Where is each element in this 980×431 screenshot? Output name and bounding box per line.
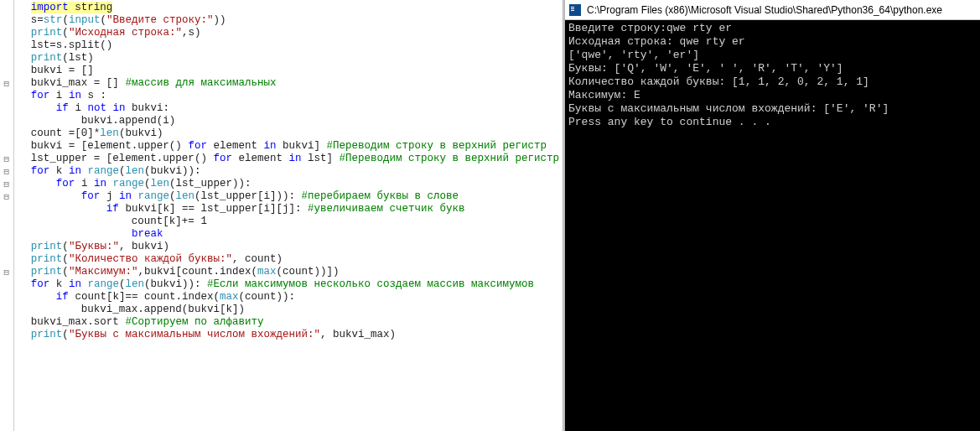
- code-line[interactable]: bukvi = [element.upper() for element in …: [31, 140, 559, 153]
- code-area[interactable]: import strings=str(input("Введите строку…: [14, 0, 563, 431]
- code-token: (: [62, 241, 69, 252]
- code-token: len: [150, 178, 169, 190]
- console-line: ['qwe', 'rty', 'er']: [568, 49, 977, 62]
- code-line[interactable]: lst=s.split(): [31, 39, 559, 52]
- console-line: Максимум: E: [568, 89, 977, 102]
- code-token: s :: [81, 90, 106, 101]
- code-token: (count))]): [276, 266, 339, 278]
- gutter-blank: [0, 291, 13, 304]
- code-token: [31, 228, 132, 240]
- code-token: , count): [232, 253, 283, 265]
- code-token: count[k]+= 1: [31, 216, 207, 227]
- code-token: (: [62, 253, 69, 265]
- code-line[interactable]: for i in s :: [31, 90, 559, 102]
- code-token: [31, 102, 56, 114]
- code-token: str: [44, 14, 63, 26]
- console-output[interactable]: Введите строку:qwe rty erИсходная строка…: [565, 20, 980, 431]
- code-line[interactable]: if i not in bukvi:: [31, 102, 559, 115]
- fold-toggle[interactable]: ⊟: [0, 190, 13, 203]
- code-token: "Буквы:": [69, 241, 119, 252]
- code-token: print: [31, 27, 63, 39]
- code-line[interactable]: bukvi.append(i): [31, 115, 559, 127]
- console-title-bar[interactable]: C:\Program Files (x86)\Microsoft Visual …: [565, 0, 980, 20]
- code-line[interactable]: for k in range(len(bukvi)):: [31, 165, 559, 178]
- gutter-blank: [0, 90, 13, 102]
- code-line[interactable]: bukvi_max = [] #массив для максимальных: [31, 77, 559, 90]
- code-line[interactable]: print("Количество каждой буквы:", count): [31, 253, 559, 266]
- fold-toggle[interactable]: ⊟: [0, 178, 13, 190]
- code-token: max: [220, 291, 239, 303]
- fold-toggle[interactable]: ⊟: [0, 153, 13, 165]
- python-exe-icon: [568, 3, 582, 17]
- gutter-blank: [0, 14, 13, 27]
- code-token: range: [137, 190, 169, 202]
- code-token: in: [69, 165, 81, 177]
- code-token: i: [69, 102, 88, 114]
- code-token: if: [106, 203, 119, 215]
- code-token: (lst): [62, 52, 94, 64]
- code-line[interactable]: break: [31, 228, 559, 241]
- code-line[interactable]: import string: [31, 2, 559, 14]
- code-line[interactable]: for i in range(len(lst_upper)):: [31, 178, 559, 190]
- gutter-blank: [0, 203, 13, 216]
- code-line[interactable]: print(lst): [31, 52, 559, 65]
- fold-toggle[interactable]: ⊟: [0, 77, 13, 90]
- code-line[interactable]: count[k]+= 1: [31, 216, 559, 228]
- code-token: bukvi_max.append(bukvi[k]): [31, 304, 245, 315]
- code-token: #увеличиваем счетчик букв: [308, 203, 465, 215]
- code-token: s=: [31, 14, 44, 26]
- code-token: #Переводим строку в верхний регистр: [326, 140, 547, 152]
- gutter-blank: [0, 253, 13, 266]
- code-line[interactable]: print("Буквы:", bukvi): [31, 241, 559, 253]
- code-editor-pane[interactable]: ⊟⊟⊟⊟⊟⊟ import strings=str(input("Введите…: [0, 0, 563, 431]
- code-token: print: [31, 253, 63, 265]
- code-line[interactable]: print("Исходная строка:",s): [31, 27, 559, 39]
- console-line: Press any key to continue . . .: [568, 116, 977, 129]
- code-token: "Исходная строка:": [69, 27, 182, 39]
- code-line[interactable]: bukvi = []: [31, 65, 559, 77]
- code-token: for: [213, 153, 232, 164]
- code-token: bukvi = [element.upper(): [31, 140, 189, 152]
- console-title-text: C:\Program Files (x86)\Microsoft Visual …: [587, 4, 942, 16]
- code-token: , bukvi): [119, 241, 169, 252]
- code-line[interactable]: if bukvi[k] == lst_upper[i][j]: #увеличи…: [31, 203, 559, 216]
- svg-rect-1: [571, 7, 574, 8]
- code-token: input: [69, 14, 101, 26]
- code-token: "Буквы с максимальным числом вхождений:": [69, 329, 320, 340]
- code-token: , bukvi_max): [320, 329, 396, 340]
- gutter-blank: [0, 140, 13, 153]
- code-line[interactable]: print("Буквы с максимальным числом вхожд…: [31, 329, 559, 341]
- code-token: #Если максимумов несколько создаем масси…: [207, 278, 534, 290]
- code-token: not in: [87, 102, 125, 114]
- code-line[interactable]: s=str(input("Введите строку:")): [31, 14, 559, 27]
- gutter-blank: [0, 127, 13, 140]
- console-line: Количество каждой буквы: [1, 1, 2, 0, 2,…: [568, 75, 977, 89]
- gutter-blank: [0, 329, 13, 341]
- code-token: len: [175, 190, 194, 202]
- code-token: len: [125, 278, 144, 290]
- code-token: ,bukvi[count.index(: [137, 266, 257, 278]
- code-line[interactable]: for k in range(len(bukvi)): #Если максим…: [31, 278, 559, 291]
- code-line[interactable]: bukvi_max.sort #Сортируем по алфавиту: [31, 316, 559, 329]
- code-token: bukvi[k] == lst_upper[i][j]:: [119, 203, 308, 215]
- code-line[interactable]: count =[0]*len(bukvi): [31, 127, 559, 140]
- code-line[interactable]: if count[k]== count.index(max(count)):: [31, 291, 559, 304]
- code-line[interactable]: print("Максимум:",bukvi[count.index(max(…: [31, 266, 559, 278]
- code-line[interactable]: bukvi_max.append(bukvi[k]): [31, 304, 559, 316]
- code-token: (bukvi)):: [144, 165, 201, 177]
- gutter-blank: [0, 304, 13, 316]
- code-token: (: [62, 329, 69, 340]
- console-line: Исходная строка: qwe rty er: [568, 35, 977, 49]
- code-token: [31, 203, 106, 215]
- code-line[interactable]: lst_upper = [element.upper() for element…: [31, 153, 559, 165]
- code-token: for: [188, 140, 207, 152]
- fold-gutter[interactable]: ⊟⊟⊟⊟⊟⊟: [0, 0, 14, 431]
- code-token: "Количество каждой буквы:": [69, 253, 232, 265]
- fold-toggle[interactable]: ⊟: [0, 165, 13, 178]
- gutter-blank: [0, 316, 13, 329]
- fold-toggle[interactable]: ⊟: [0, 266, 13, 278]
- code-token: lst=s.split(): [31, 39, 113, 51]
- code-line[interactable]: for j in range(len(lst_upper[i])): #пере…: [31, 190, 559, 203]
- gutter-blank: [0, 115, 13, 127]
- code-token: (: [62, 14, 69, 26]
